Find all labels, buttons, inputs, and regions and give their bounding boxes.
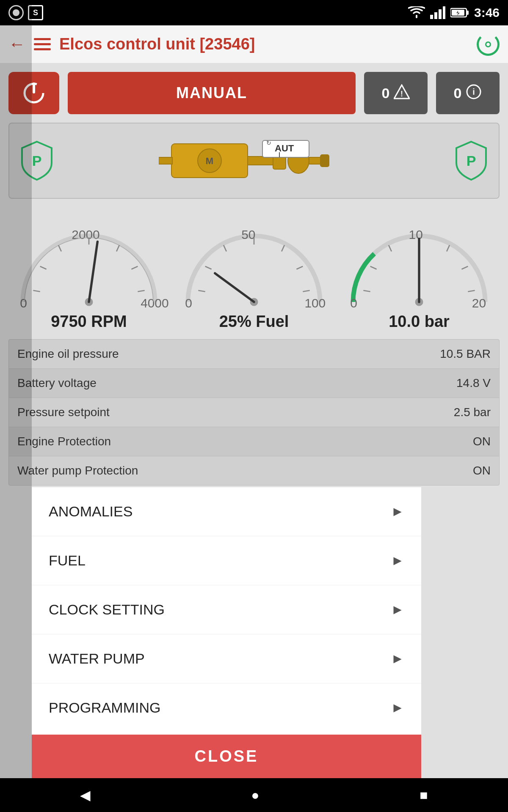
svg-line-59 (363, 291, 370, 292)
data-row: Engine ProtectionON (9, 427, 499, 456)
svg-line-48 (282, 245, 284, 252)
svg-line-50 (303, 291, 309, 292)
svg-text:i: i (473, 87, 475, 96)
menu-item-label: PROGRAMMING (49, 700, 160, 716)
pressure-gauge-svg: 0 10 20 (339, 207, 500, 310)
svg-line-47 (198, 291, 205, 292)
data-value: 2.5 bar (454, 406, 491, 419)
menu-overlay (0, 0, 32, 778)
manual-button[interactable]: MANUAL (68, 72, 356, 114)
pressure-gauge: 0 10 20 10.0 bar (339, 207, 500, 331)
svg-text:!: ! (400, 90, 403, 98)
svg-text:10: 10 (409, 228, 423, 241)
rpm-gauge: 0 2000 4000 (8, 207, 169, 331)
svg-rect-1 (434, 12, 437, 19)
info-count: 0 (454, 85, 462, 102)
menu-item[interactable]: ANOMALIES► (32, 487, 421, 536)
svg-rect-2 (439, 9, 442, 19)
close-button[interactable]: CLOSE (32, 735, 421, 778)
wifi-icon (408, 6, 425, 19)
svg-rect-0 (430, 15, 433, 19)
svg-line-33 (58, 245, 61, 252)
page-title: Elcos control unit [23546] (59, 35, 468, 53)
svg-text:AUT: AUT (275, 143, 294, 154)
data-value: 14.8 V (456, 376, 491, 390)
svg-text:100: 100 (304, 296, 326, 310)
chevron-right-icon: ► (391, 553, 404, 568)
svg-rect-5 (467, 11, 469, 15)
slide-menu: ANOMALIES►FUEL►CLOCK SETTING►WATER PUMP►… (32, 487, 421, 735)
svg-text:50: 50 (241, 228, 255, 241)
data-row: Pressure setpoint2.5 bar (9, 398, 499, 427)
menu-item-label: CLOCK SETTING (49, 601, 165, 618)
data-label: Water pump Protection (17, 464, 138, 477)
svg-text:20: 20 (472, 296, 486, 310)
svg-line-45 (224, 245, 226, 252)
menu-item[interactable]: CLOCK SETTING► (32, 585, 421, 634)
data-value: ON (473, 435, 491, 448)
main-content: MANUAL 0 ! 0 i P (0, 63, 508, 494)
data-row: Engine oil pressure10.5 BAR (9, 340, 499, 369)
time-display: 3:46 (474, 5, 500, 20)
svg-line-62 (468, 291, 475, 292)
menu-item[interactable]: WATER PUMP► (32, 634, 421, 683)
svg-text:0: 0 (185, 296, 192, 310)
svg-line-40 (89, 241, 97, 302)
svg-line-52 (215, 273, 254, 302)
svg-text:P: P (467, 153, 476, 169)
svg-line-57 (389, 245, 392, 252)
svg-line-46 (205, 266, 212, 269)
menu-item[interactable]: FUEL► (32, 536, 421, 585)
data-row: Water pump ProtectionON (9, 456, 499, 485)
recent-nav-button[interactable]: ■ (420, 787, 428, 803)
data-label: Engine oil pressure (17, 347, 119, 361)
svg-text:↻: ↻ (266, 140, 271, 146)
menu-item-label: FUEL (49, 552, 86, 569)
svg-line-61 (461, 266, 468, 269)
chevron-right-icon: ► (391, 700, 404, 716)
engine-svg: M ↻ AUT (159, 131, 349, 190)
fuel-gauge-svg: 0 50 100 (174, 207, 334, 310)
fuel-gauge: 0 50 100 25% Fuel (174, 207, 334, 331)
data-table: Engine oil pressure10.5 BARBattery volta… (8, 339, 500, 486)
gauges-row: 0 2000 4000 (8, 207, 500, 331)
svg-text:P: P (32, 153, 42, 169)
alert-count: 0 (382, 85, 390, 102)
chevron-right-icon: ► (391, 651, 404, 667)
connection-status-icon (477, 33, 500, 56)
top-navigation: ← Elcos control unit [23546] (0, 25, 508, 63)
battery-icon (450, 7, 469, 18)
chevron-right-icon: ► (391, 504, 404, 519)
alert-button[interactable]: 0 ! (364, 72, 428, 114)
bottom-navigation: ◀ ● ■ (0, 778, 508, 812)
pressure-value: 10.0 bar (389, 313, 450, 331)
data-value: 10.5 BAR (440, 347, 491, 361)
svg-line-58 (370, 266, 377, 269)
svg-text:4000: 4000 (141, 296, 168, 310)
svg-text:M: M (206, 156, 213, 166)
home-nav-button[interactable]: ● (251, 787, 259, 803)
chevron-right-icon: ► (391, 602, 404, 617)
status-bar: S 3:46 (0, 0, 508, 25)
svg-rect-26 (159, 157, 172, 164)
svg-rect-21 (320, 155, 329, 167)
data-value: ON (473, 464, 491, 477)
svg-line-37 (131, 266, 138, 269)
menu-button[interactable] (34, 38, 51, 50)
shield-right-icon: P (452, 140, 490, 182)
svg-line-49 (296, 266, 303, 269)
info-button[interactable]: 0 i (436, 72, 500, 114)
signal-icon (430, 6, 445, 19)
svg-line-38 (138, 291, 144, 292)
data-row: Battery voltage14.8 V (9, 369, 499, 398)
svg-line-34 (40, 266, 47, 269)
controls-row: MANUAL 0 ! 0 i (8, 72, 500, 114)
svg-line-36 (116, 245, 119, 252)
svg-rect-20 (309, 157, 322, 164)
back-nav-button[interactable]: ◀ (80, 787, 91, 803)
menu-item[interactable]: PROGRAMMING► (32, 683, 421, 732)
engine-panel: P M ↻ AUT (8, 123, 500, 199)
engine-diagram: M ↻ AUT (56, 131, 452, 190)
shield-right: P (452, 140, 490, 182)
rpm-gauge-svg: 0 2000 4000 (8, 207, 169, 310)
